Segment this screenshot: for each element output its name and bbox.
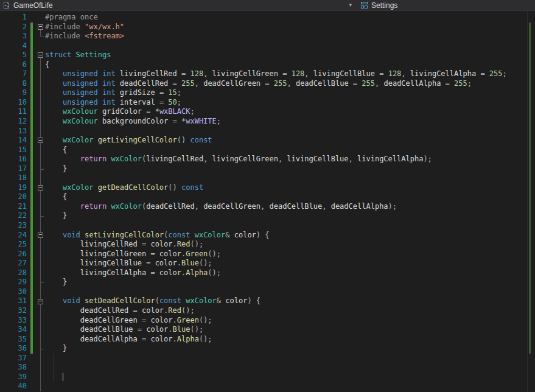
code-text[interactable]: wxColour backgroundColor = *wxWHITE; bbox=[45, 117, 535, 127]
code-line[interactable]: 37 bbox=[0, 354, 535, 363]
code-line[interactable]: 21 return wxColor(deadCellRed, deadCellG… bbox=[0, 202, 535, 212]
code-text[interactable]: livingCellRed = color.Red(); bbox=[45, 240, 535, 250]
code-text[interactable]: } bbox=[45, 164, 535, 174]
code-text[interactable] bbox=[45, 354, 535, 363]
fold-collapse-button[interactable] bbox=[38, 24, 43, 30]
code-text[interactable]: #pragma once bbox=[45, 13, 535, 23]
code-text[interactable]: deadCellGreen = color.Green(); bbox=[45, 316, 535, 326]
code-text[interactable] bbox=[45, 127, 535, 136]
code-line[interactable]: 32 deadCellRed = color.Red(); bbox=[0, 306, 535, 316]
line-number[interactable]: 38 bbox=[0, 363, 27, 373]
code-text[interactable] bbox=[45, 221, 535, 231]
code-text[interactable]: unsigned int interval = 50; bbox=[45, 98, 535, 108]
line-number[interactable]: 31 bbox=[0, 296, 27, 306]
line-number[interactable]: 6 bbox=[0, 60, 27, 70]
line-number[interactable]: 7 bbox=[0, 69, 27, 79]
line-number[interactable]: 10 bbox=[0, 98, 27, 108]
code-line[interactable]: 39 bbox=[0, 373, 535, 382]
line-number[interactable]: 26 bbox=[0, 250, 27, 259]
code-line[interactable]: 7 unsigned int livingCellRed = 128, livi… bbox=[0, 69, 535, 79]
line-number[interactable]: 5 bbox=[0, 51, 27, 60]
code-line[interactable]: 31 void setDeadCellColor(const wxColor& … bbox=[0, 296, 535, 306]
code-editor[interactable]: 1#pragma once2#include "wx/wx.h"3#includ… bbox=[0, 11, 535, 392]
code-line[interactable]: 25 livingCellRed = color.Red(); bbox=[0, 240, 535, 250]
code-text[interactable]: return wxColor(livingCellRed, livingCell… bbox=[45, 155, 535, 164]
code-line[interactable]: 33 deadCellGreen = color.Green(); bbox=[0, 316, 535, 326]
line-number[interactable]: 35 bbox=[0, 335, 27, 345]
line-number[interactable]: 36 bbox=[0, 344, 27, 354]
code-line[interactable]: 14 wxColor getLivingCellColor() const bbox=[0, 136, 535, 145]
code-text[interactable]: wxColour gridColor = *wxBLACK; bbox=[45, 107, 535, 117]
vertical-scrollbar[interactable] bbox=[527, 11, 535, 392]
line-number[interactable]: 39 bbox=[0, 373, 27, 382]
code-line[interactable]: 10 unsigned int interval = 50; bbox=[0, 98, 535, 108]
code-text[interactable]: } bbox=[45, 344, 535, 354]
code-line[interactable]: 5struct Settings bbox=[0, 51, 535, 60]
code-text[interactable]: wxColor getDeadCellColor() const bbox=[45, 183, 535, 193]
code-line[interactable]: 35 deadCellAlpha = color.Alpha(); bbox=[0, 335, 535, 345]
code-text[interactable]: deadCellRed = color.Red(); bbox=[45, 306, 535, 316]
code-line[interactable]: 11 wxColour gridColor = *wxBLACK; bbox=[0, 107, 535, 117]
line-number[interactable]: 25 bbox=[0, 240, 27, 250]
code-text[interactable]: unsigned int deadCellRed = 255, deadCell… bbox=[45, 79, 535, 89]
line-number[interactable]: 19 bbox=[0, 183, 27, 193]
code-text[interactable]: livingCellAlpha = color.Alpha(); bbox=[45, 268, 535, 278]
code-text[interactable] bbox=[45, 41, 535, 51]
line-number[interactable]: 18 bbox=[0, 173, 27, 183]
code-line[interactable]: 15 { bbox=[0, 145, 535, 155]
line-number[interactable]: 21 bbox=[0, 202, 27, 212]
code-text[interactable]: wxColor getLivingCellColor() const bbox=[45, 136, 535, 145]
code-text[interactable]: } bbox=[45, 278, 535, 287]
code-line[interactable]: 16 return wxColor(livingCellRed, livingC… bbox=[0, 155, 535, 164]
line-number[interactable]: 15 bbox=[0, 145, 27, 155]
code-text[interactable]: #include <fstream> bbox=[45, 32, 535, 41]
code-line[interactable]: 3#include <fstream> bbox=[0, 32, 535, 41]
code-text[interactable]: { bbox=[45, 60, 535, 70]
line-number[interactable]: 13 bbox=[0, 127, 27, 136]
code-text[interactable]: { bbox=[45, 192, 535, 202]
code-line[interactable]: 6{ bbox=[0, 60, 535, 70]
line-number[interactable]: 28 bbox=[0, 268, 27, 278]
fold-collapse-button[interactable] bbox=[38, 185, 43, 191]
line-number[interactable]: 17 bbox=[0, 164, 27, 174]
fold-collapse-button[interactable] bbox=[38, 233, 43, 238]
code-line[interactable]: 20 { bbox=[0, 192, 535, 202]
line-number[interactable]: 30 bbox=[0, 287, 27, 297]
code-line[interactable]: 4 bbox=[0, 41, 535, 51]
code-text[interactable] bbox=[45, 173, 535, 183]
line-number[interactable]: 11 bbox=[0, 107, 27, 117]
code-area[interactable]: 1#pragma once2#include "wx/wx.h"3#includ… bbox=[0, 13, 535, 391]
code-line[interactable]: 30 bbox=[0, 287, 535, 297]
code-line[interactable]: 29 } bbox=[0, 278, 535, 287]
line-number[interactable]: 24 bbox=[0, 231, 27, 240]
code-text[interactable]: void setLivingCellColor(const wxColor& c… bbox=[45, 231, 535, 240]
line-number[interactable]: 23 bbox=[0, 221, 27, 231]
code-text[interactable] bbox=[45, 287, 535, 297]
code-text[interactable]: unsigned int gridSize = 15; bbox=[45, 88, 535, 98]
code-line[interactable]: 23 bbox=[0, 221, 535, 231]
code-text[interactable]: } bbox=[45, 211, 535, 221]
code-line[interactable]: 19 wxColor getDeadCellColor() const bbox=[0, 183, 535, 193]
line-number[interactable]: 1 bbox=[0, 13, 27, 23]
fold-collapse-button[interactable] bbox=[38, 52, 43, 58]
code-line[interactable]: 17 } bbox=[0, 164, 535, 174]
line-number[interactable]: 4 bbox=[0, 41, 27, 51]
fold-collapse-button[interactable] bbox=[38, 299, 43, 304]
line-number[interactable]: 3 bbox=[0, 32, 27, 41]
line-number[interactable]: 33 bbox=[0, 316, 27, 326]
line-number[interactable]: 22 bbox=[0, 211, 27, 221]
code-line[interactable]: 28 livingCellAlpha = color.Alpha(); bbox=[0, 268, 535, 278]
line-number[interactable]: 32 bbox=[0, 306, 27, 316]
code-line[interactable]: 36 } bbox=[0, 344, 535, 354]
code-line[interactable]: 2#include "wx/wx.h" bbox=[0, 23, 535, 32]
type-dropdown[interactable]: Settings bbox=[356, 0, 397, 10]
code-line[interactable]: 34 deadCellBlue = color.Blue(); bbox=[0, 325, 535, 335]
code-text[interactable] bbox=[45, 363, 535, 373]
code-text[interactable]: deadCellAlpha = color.Alpha(); bbox=[45, 335, 535, 345]
line-number[interactable]: 8 bbox=[0, 79, 27, 89]
code-text[interactable]: livingCellBlue = color.Blue(); bbox=[45, 259, 535, 268]
line-number[interactable]: 37 bbox=[0, 354, 27, 363]
code-line[interactable]: 26 livingCellGreen = color.Green(); bbox=[0, 250, 535, 259]
code-text[interactable] bbox=[45, 373, 535, 382]
code-text[interactable]: unsigned int livingCellRed = 128, living… bbox=[45, 69, 535, 79]
